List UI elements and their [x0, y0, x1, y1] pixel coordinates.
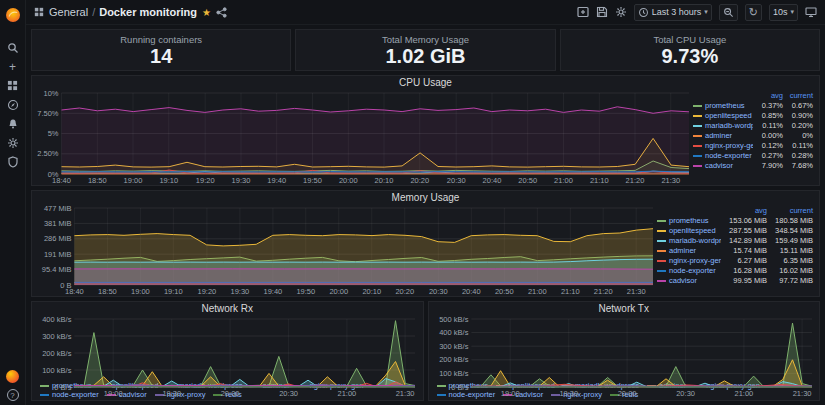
breadcrumb: General / Docker monitoring — [49, 6, 197, 18]
add-panel-icon[interactable] — [577, 6, 589, 18]
legend-series-mariadb-wordpress[interactable]: mariadb-wordpress0.11%0.20% — [693, 121, 813, 131]
svg-text:2.50%: 2.50% — [37, 149, 59, 158]
cpu-usage-chart[interactable]: 18:4018:5019:0019:1019:2019:3019:4019:50… — [34, 90, 693, 184]
favorite-star-icon[interactable]: ★ — [202, 7, 211, 18]
svg-text:20:40: 20:40 — [483, 176, 502, 185]
breadcrumb-folder[interactable]: General — [49, 6, 88, 18]
memory-usage-chart[interactable]: 18:4018:5019:0019:1019:2019:3019:4019:50… — [34, 205, 657, 295]
svg-text:19:10: 19:10 — [159, 176, 178, 185]
svg-text:19:30: 19:30 — [231, 287, 250, 296]
server-admin-shield-icon[interactable] — [0, 152, 25, 171]
series-color-mark — [657, 280, 666, 282]
dashboard-title[interactable]: Docker monitoring — [99, 6, 197, 18]
legend-series-mariadb-wordpress[interactable]: mariadb-wordpress142.89 MiB159.49 MiB — [657, 236, 813, 246]
network-row: Network Rx 19:0019:3020:0020:3021:0021:3… — [31, 301, 820, 401]
share-icon[interactable] — [216, 7, 227, 18]
panel-memory-usage: Memory Usage 18:4018:5019:0019:1019:2019… — [31, 190, 820, 297]
grafana-logo[interactable] — [0, 5, 25, 24]
stat-panel-total-memory[interactable]: Total Memory Usage 1.02 GiB — [295, 29, 555, 71]
dashboard-settings-icon[interactable] — [615, 6, 627, 18]
svg-text:400 kB/s: 400 kB/s — [439, 328, 468, 337]
network-tx-plot[interactable]: 19:0019:3020:0020:3021:0021:300 B/s100 k… — [431, 316, 816, 397]
svg-text:20:10: 20:10 — [375, 176, 394, 185]
panel-title-cpu[interactable]: CPU Usage — [32, 76, 819, 90]
svg-text:7.50%: 7.50% — [37, 109, 59, 118]
svg-text:19:00: 19:00 — [104, 389, 123, 398]
memory-usage-legend: avgcurrentprometheus153.06 MiB180.58 MiB… — [657, 205, 815, 295]
svg-text:21:10: 21:10 — [590, 176, 609, 185]
svg-text:300 kB/s: 300 kB/s — [439, 342, 468, 351]
series-color-mark — [657, 250, 666, 252]
legend-series-nginx-proxy-gen[interactable]: nginx-proxy-gen6.27 MiB6.35 MiB — [657, 256, 813, 266]
chevron-down-icon: ▾ — [790, 8, 794, 16]
cpu-usage-legend: avgcurrentprometheus0.37%0.67%openlitesp… — [693, 90, 815, 184]
svg-text:10%: 10% — [43, 90, 58, 98]
svg-text:21:00: 21:00 — [734, 389, 753, 398]
cycle-view-monitor-icon[interactable] — [805, 6, 817, 18]
stat-label: Total Memory Usage — [382, 34, 469, 45]
svg-text:19:20: 19:20 — [196, 176, 215, 185]
svg-text:21:00: 21:00 — [338, 389, 357, 398]
stats-row: Running containers 14 Total Memory Usage… — [31, 29, 820, 71]
create-icon[interactable]: + — [0, 57, 25, 76]
stat-panel-running-containers[interactable]: Running containers 14 — [31, 29, 291, 71]
network-rx-chart[interactable]: 19:0019:3020:0020:3021:0021:300 B/s100 k… — [34, 316, 419, 380]
legend-series-openlitespeed[interactable]: openlitespeed0.85%0.90% — [693, 111, 813, 121]
svg-text:100 kB/s: 100 kB/s — [439, 369, 468, 378]
legend-series-prometheus[interactable]: prometheus0.37%0.67% — [693, 101, 813, 111]
svg-text:21:00: 21:00 — [528, 287, 547, 296]
zoom-out-button[interactable] — [719, 4, 738, 21]
legend-series-adminer[interactable]: adminer15.74 MiB15.11 MiB — [657, 246, 813, 256]
legend-series-prometheus[interactable]: prometheus153.06 MiB180.58 MiB — [657, 216, 813, 226]
dashboards-icon[interactable] — [0, 76, 25, 95]
explore-compass-icon[interactable] — [0, 95, 25, 114]
memory-usage-plot[interactable]: 18:4018:5019:0019:1019:2019:3019:4019:50… — [34, 205, 657, 295]
svg-text:200 kB/s: 200 kB/s — [439, 355, 468, 364]
legend-series-node-exporter[interactable]: node-exporter0.27%0.28% — [693, 151, 813, 161]
network-tx-chart[interactable]: 19:0019:3020:0020:3021:0021:300 B/s100 k… — [431, 316, 816, 380]
series-color-mark — [693, 125, 702, 127]
panel-title-network-rx[interactable]: Network Rx — [32, 302, 423, 316]
stat-label: Running containers — [120, 34, 202, 45]
cpu-usage-plot[interactable]: 18:4018:5019:0019:1019:2019:3019:4019:50… — [34, 90, 693, 184]
svg-text:0%: 0% — [48, 170, 59, 179]
svg-text:20:50: 20:50 — [495, 287, 514, 296]
search-icon[interactable] — [0, 38, 25, 57]
panel-network-tx: Network Tx 19:0019:3020:0020:3021:0021:3… — [428, 301, 821, 401]
svg-text:19:50: 19:50 — [303, 176, 322, 185]
svg-text:21:00: 21:00 — [554, 176, 573, 185]
alerting-bell-icon[interactable] — [0, 114, 25, 133]
panel-cpu-usage: CPU Usage 18:4018:5019:0019:1019:2019:30… — [31, 75, 820, 186]
configuration-gear-icon[interactable] — [0, 133, 25, 152]
svg-text:19:10: 19:10 — [164, 287, 183, 296]
user-avatar[interactable] — [6, 370, 19, 383]
refresh-button[interactable]: ↻ — [745, 4, 762, 21]
save-dashboard-icon[interactable] — [596, 6, 608, 18]
svg-text:19:00: 19:00 — [500, 389, 519, 398]
series-color-mark — [693, 165, 702, 167]
svg-text:19:00: 19:00 — [124, 176, 143, 185]
dashboard-grid-icon[interactable] — [34, 7, 44, 17]
time-range-picker[interactable]: Last 3 hours ▾ — [634, 4, 712, 21]
stat-panel-total-cpu[interactable]: Total CPU Usage 9.73% — [560, 29, 820, 71]
legend-series-adminer[interactable]: adminer0.00%0% — [693, 131, 813, 141]
legend-series-openlitespeed[interactable]: openlitespeed287.55 MiB348.54 MiB — [657, 226, 813, 236]
stat-value: 14 — [150, 46, 172, 67]
legend-series-node-exporter[interactable]: node-exporter16.28 MiB16.02 MiB — [657, 266, 813, 276]
legend-series-nginx-proxy-gen[interactable]: nginx-proxy-gen0.12%0.11% — [693, 141, 813, 151]
help-icon[interactable]: ? — [7, 389, 19, 401]
series-color-mark — [693, 105, 702, 107]
panel-title-network-tx[interactable]: Network Tx — [429, 302, 820, 316]
series-color-mark — [657, 220, 666, 222]
svg-text:19:00: 19:00 — [131, 287, 150, 296]
refresh-icon: ↻ — [749, 7, 758, 18]
legend-series-cadvisor[interactable]: cadvisor99.95 MiB97.72 MiB — [657, 276, 813, 286]
panel-title-memory[interactable]: Memory Usage — [32, 191, 819, 205]
network-rx-plot[interactable]: 19:0019:3020:0020:3021:0021:300 B/s100 k… — [34, 316, 419, 397]
svg-text:20:00: 20:00 — [617, 389, 636, 398]
refresh-interval-picker[interactable]: 10s ▾ — [769, 4, 798, 21]
svg-text:18:50: 18:50 — [88, 176, 107, 185]
svg-text:20:10: 20:10 — [362, 287, 381, 296]
legend-series-cadvisor[interactable]: cadvisor7.90%7.68% — [693, 161, 813, 171]
main-area: General / Docker monitoring ★ Last 3 hou… — [26, 0, 825, 405]
